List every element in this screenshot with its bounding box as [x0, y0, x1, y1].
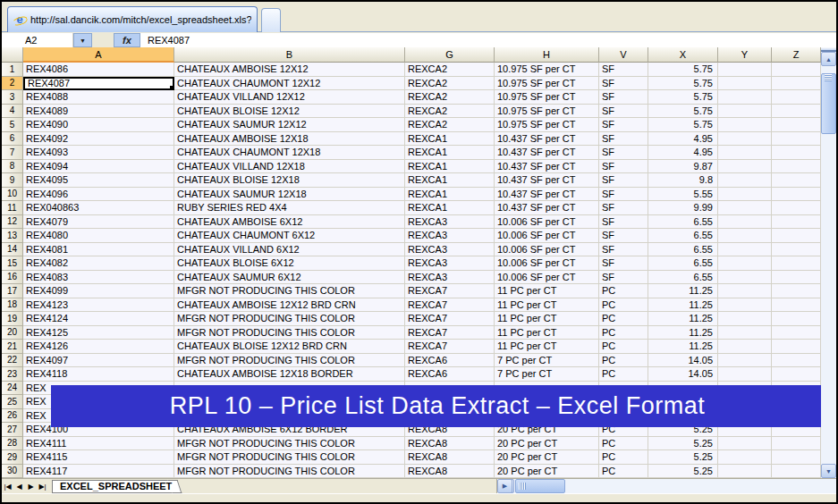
- horizontal-scrollbar[interactable]: ◀ ▶: [496, 479, 836, 494]
- cell[interactable]: 9.87: [648, 160, 718, 174]
- cell[interactable]: [772, 201, 821, 215]
- cell[interactable]: 14.05: [648, 367, 718, 382]
- insert-function-icon[interactable]: fx: [114, 33, 140, 47]
- cell[interactable]: 10.975 SF per CT: [495, 105, 599, 119]
- cell[interactable]: CHATEAUX CHAUMONT 12X18: [174, 146, 405, 160]
- cell[interactable]: 6.55: [648, 256, 718, 271]
- row-number[interactable]: 24: [2, 382, 23, 396]
- cell[interactable]: [718, 367, 772, 382]
- cell[interactable]: CHATEAUX AMBOISE 12X18: [174, 132, 405, 147]
- cell[interactable]: SF: [599, 105, 648, 119]
- cell[interactable]: 10.975 SF per CT: [495, 118, 599, 132]
- cell[interactable]: 10.006 SF per CT: [495, 243, 599, 257]
- cell[interactable]: REXCA3: [405, 229, 495, 243]
- cell[interactable]: REX4099: [23, 284, 174, 298]
- cell[interactable]: [718, 63, 772, 77]
- cell[interactable]: 10.006 SF per CT: [495, 271, 599, 285]
- column-header-g[interactable]: G: [405, 47, 495, 63]
- cell[interactable]: SF: [599, 160, 648, 174]
- cell[interactable]: [772, 146, 821, 160]
- cell[interactable]: MFGR NOT PRODUCING THIS COLOR: [174, 284, 405, 298]
- cell[interactable]: 5.25: [648, 465, 718, 479]
- cell[interactable]: REX4097: [23, 354, 174, 368]
- cell[interactable]: [772, 450, 821, 465]
- cell[interactable]: CHATEAUX AMBOISE 6X12: [174, 215, 405, 230]
- cell[interactable]: REXCA7: [405, 340, 495, 354]
- cell[interactable]: [718, 215, 772, 230]
- column-header-y[interactable]: Y: [718, 47, 772, 63]
- row-number[interactable]: 30: [2, 465, 23, 479]
- cell[interactable]: REX4090: [23, 118, 174, 132]
- cell[interactable]: REXCA1: [405, 146, 495, 160]
- cell[interactable]: [718, 173, 772, 188]
- cell[interactable]: [718, 201, 772, 215]
- cell[interactable]: REX4080: [23, 229, 174, 243]
- cell[interactable]: SF: [599, 132, 648, 147]
- last-sheet-icon[interactable]: ▶|: [37, 480, 48, 493]
- cell[interactable]: MFGR NOT PRODUCING THIS COLOR: [174, 312, 405, 326]
- cell[interactable]: CHATEAUX BLOISE 6X12: [174, 256, 405, 271]
- cell[interactable]: REX4115: [23, 450, 174, 465]
- cell[interactable]: [718, 188, 772, 202]
- sheet-tab-excel-spreadsheet[interactable]: EXCEL_SPREADSHEET: [52, 480, 175, 493]
- cell[interactable]: [718, 326, 772, 340]
- cell[interactable]: SF: [599, 90, 648, 105]
- cell[interactable]: 10.437 SF per CT: [495, 146, 599, 160]
- cell[interactable]: 4.95: [648, 132, 718, 147]
- cell[interactable]: MFGR NOT PRODUCING THIS COLOR: [174, 326, 405, 340]
- cell[interactable]: [772, 465, 821, 479]
- cell[interactable]: 9.99: [648, 201, 718, 215]
- cell[interactable]: [772, 312, 821, 326]
- row-number[interactable]: 23: [2, 367, 23, 382]
- cell[interactable]: 6.55: [648, 215, 718, 230]
- row-number[interactable]: 15: [2, 256, 23, 271]
- cell[interactable]: REXCA1: [405, 160, 495, 174]
- row-number[interactable]: 4: [2, 105, 23, 119]
- cell[interactable]: 20 PC per CT: [495, 450, 599, 465]
- cell[interactable]: REX4089: [23, 105, 174, 119]
- formula-bar-value[interactable]: REX4087: [140, 33, 836, 47]
- row-number[interactable]: 5: [2, 118, 23, 132]
- cell[interactable]: SF: [599, 271, 648, 285]
- row-number[interactable]: 14: [2, 243, 23, 257]
- cell[interactable]: 10.006 SF per CT: [495, 229, 599, 243]
- cell[interactable]: REXCA3: [405, 271, 495, 285]
- cell[interactable]: CHATEAUX AMBOISE 12X12 BRD CRN: [174, 298, 405, 313]
- column-header-h[interactable]: H: [495, 47, 599, 63]
- cell[interactable]: REXCA1: [405, 173, 495, 188]
- cell[interactable]: CHATEAUX BLOISE 12X18: [174, 173, 405, 188]
- cell[interactable]: REXCA3: [405, 256, 495, 271]
- cell[interactable]: [718, 271, 772, 285]
- row-number[interactable]: 17: [2, 284, 23, 298]
- first-sheet-icon[interactable]: |◀: [2, 480, 13, 493]
- cell[interactable]: REXCA3: [405, 243, 495, 257]
- cell[interactable]: PC: [599, 450, 648, 465]
- cell[interactable]: [772, 63, 821, 77]
- cell[interactable]: [772, 132, 821, 147]
- cell[interactable]: [772, 271, 821, 285]
- cell[interactable]: REXCA7: [405, 312, 495, 326]
- select-all-corner[interactable]: [2, 47, 23, 63]
- row-number[interactable]: 3: [2, 90, 23, 105]
- cell[interactable]: [772, 160, 821, 174]
- cell[interactable]: 9.8: [648, 173, 718, 188]
- cell[interactable]: CHATEAUX VILLAND 12X12: [174, 90, 405, 105]
- cell[interactable]: SF: [599, 215, 648, 230]
- cell[interactable]: [718, 118, 772, 132]
- cell[interactable]: 11 PC per CT: [495, 298, 599, 313]
- cell[interactable]: SF: [599, 243, 648, 257]
- cell[interactable]: CHATEAUX AMBOISE 12X18 BORDER: [174, 367, 405, 382]
- cell[interactable]: CHATEAUX VILLAND 6X12: [174, 243, 405, 257]
- cell[interactable]: [718, 160, 772, 174]
- cell[interactable]: [772, 340, 821, 354]
- cell[interactable]: [772, 77, 821, 91]
- cell[interactable]: 5.75: [648, 63, 718, 77]
- cell[interactable]: [772, 354, 821, 368]
- cell[interactable]: REX4123: [23, 298, 174, 313]
- cell[interactable]: PC: [599, 367, 648, 382]
- cell[interactable]: CHATEAUX SAUMUR 12X18: [174, 188, 405, 202]
- row-number[interactable]: 11: [2, 201, 23, 215]
- cell[interactable]: 11.25: [648, 312, 718, 326]
- cell[interactable]: [718, 77, 772, 91]
- cell[interactable]: 11 PC per CT: [495, 340, 599, 354]
